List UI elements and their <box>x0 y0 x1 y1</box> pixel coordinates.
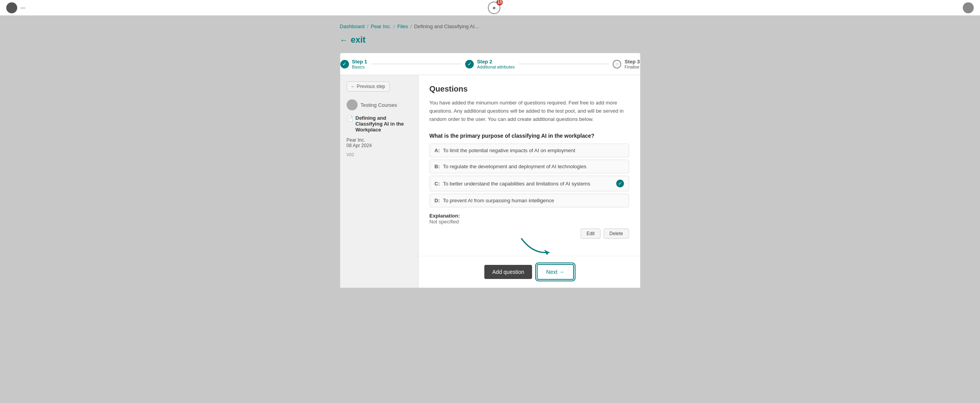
option-a-text: To limit the potential negative impacts … <box>443 148 575 153</box>
prev-step-label: ← Previous step <box>351 84 385 89</box>
course-version: V02 <box>347 152 412 157</box>
course-title-text: Defining and Classifying AI in the Workp… <box>356 115 412 133</box>
user-avatar[interactable] <box>963 2 974 13</box>
notification-count: 13 <box>496 0 503 5</box>
step-3-sublabel: Finalise <box>624 65 640 69</box>
top-bar-left: — <box>6 2 25 13</box>
question-block: What is the primary purpose of classifyi… <box>430 133 629 239</box>
option-a: A: To limit the potential negative impac… <box>430 144 629 157</box>
explanation-value: Not specified <box>430 219 459 225</box>
step-3: ○ Step 3 Finalise <box>613 59 640 69</box>
page-container: Dashboard / Pear Inc. / Files / Defining… <box>334 16 647 296</box>
option-a-key: A: <box>435 148 440 153</box>
correct-icon: ✓ <box>616 180 624 187</box>
bottom-actions: Add question Next → <box>419 256 640 288</box>
user-name: Testing Courses <box>361 102 397 108</box>
step-2: ✓ Step 2 Additional attributes <box>465 59 515 69</box>
prev-step-button[interactable]: ← Previous step <box>347 81 390 92</box>
add-question-button[interactable]: Add question <box>484 265 532 279</box>
doc-icon: 📄 <box>347 115 353 122</box>
user-avatar-sm <box>347 99 358 110</box>
right-panel: Questions You have added the minumum num… <box>419 75 640 256</box>
top-bar-avatar <box>6 2 17 13</box>
breadcrumb-current: Defining and Classifying AI... <box>414 23 478 29</box>
option-b-left: B: To regulate the development and deplo… <box>435 164 586 169</box>
section-title: Questions <box>430 85 629 94</box>
sep3: / <box>410 23 412 29</box>
question-actions: Edit Delete <box>430 228 629 239</box>
option-b: B: To regulate the development and deplo… <box>430 160 629 173</box>
option-d-key: D: <box>435 198 440 203</box>
step-1-text: Step 1 Basics <box>352 59 367 69</box>
explanation-label: Explanation: <box>430 213 460 219</box>
content-wrapper: ← Previous step Testing Courses 📄 Defini… <box>340 75 640 288</box>
step-3-icon: ○ <box>613 60 621 68</box>
explanation-block: Explanation: Not specified <box>430 213 629 225</box>
step-1: ✓ Step 1 Basics <box>340 59 367 69</box>
option-c-left: C: To better understand the capabilities… <box>435 181 590 187</box>
step-1-sublabel: Basics <box>352 65 367 69</box>
sep1: / <box>367 23 369 29</box>
delete-button[interactable]: Delete <box>604 228 629 239</box>
exit-label: exit <box>351 35 366 45</box>
course-title: 📄 Defining and Classifying AI in the Wor… <box>347 115 412 133</box>
option-d: D: To prevent AI from surpassing human i… <box>430 194 629 207</box>
breadcrumb: Dashboard / Pear Inc. / Files / Defining… <box>340 23 640 29</box>
step-3-label: Step 3 <box>624 59 640 65</box>
step-1-label: Step 1 <box>352 59 367 65</box>
option-d-text: To prevent AI from surpassing human inte… <box>443 198 554 203</box>
option-c-key: C: <box>435 181 440 187</box>
breadcrumb-files[interactable]: Files <box>397 23 408 29</box>
step-2-sublabel: Additional attributes <box>477 65 515 69</box>
step-2-text: Step 2 Additional attributes <box>477 59 515 69</box>
breadcrumb-dashboard[interactable]: Dashboard <box>340 23 365 29</box>
info-text: You have added the minumum number of que… <box>430 99 629 123</box>
edit-button[interactable]: Edit <box>581 228 601 239</box>
option-b-text: To regulate the development and deployme… <box>443 164 586 169</box>
course-company: Pear Inc. 08 Apr 2024 <box>347 137 412 148</box>
right-panel-wrapper: Questions You have added the minumum num… <box>419 75 640 288</box>
step-3-text: Step 3 Finalise <box>624 59 640 69</box>
step-2-label: Step 2 <box>477 59 515 65</box>
option-c: C: To better understand the capabilities… <box>430 176 629 191</box>
option-d-left: D: To prevent AI from surpassing human i… <box>435 198 554 203</box>
option-b-key: B: <box>435 164 440 169</box>
step-divider-2 <box>519 64 609 64</box>
notification-area[interactable]: ● 13 <box>488 2 500 14</box>
top-bar: — ● 13 <box>0 0 980 16</box>
course-info: Testing Courses 📄 Defining and Classifyi… <box>347 99 412 157</box>
left-panel: ← Previous step Testing Courses 📄 Defini… <box>340 75 419 288</box>
back-arrow-icon: ← <box>340 36 348 45</box>
breadcrumb-pear-inc[interactable]: Pear Inc. <box>371 23 391 29</box>
question-text: What is the primary purpose of classifyi… <box>430 133 629 139</box>
step-2-icon: ✓ <box>465 60 474 68</box>
sep2: / <box>394 23 395 29</box>
step-divider-1 <box>371 64 462 64</box>
option-c-text: To better understand the capabilities an… <box>443 181 590 187</box>
course-avatar-area: Testing Courses <box>347 99 412 110</box>
next-button[interactable]: Next → <box>537 264 574 280</box>
company-name: Pear Inc. <box>347 137 412 143</box>
exit-link[interactable]: ← exit <box>340 35 640 45</box>
option-a-left: A: To limit the potential negative impac… <box>435 148 575 153</box>
steps-bar: ✓ Step 1 Basics ✓ Step 2 Additional attr… <box>340 53 640 75</box>
course-date: 08 Apr 2024 <box>347 143 412 148</box>
step-1-icon: ✓ <box>340 60 349 68</box>
